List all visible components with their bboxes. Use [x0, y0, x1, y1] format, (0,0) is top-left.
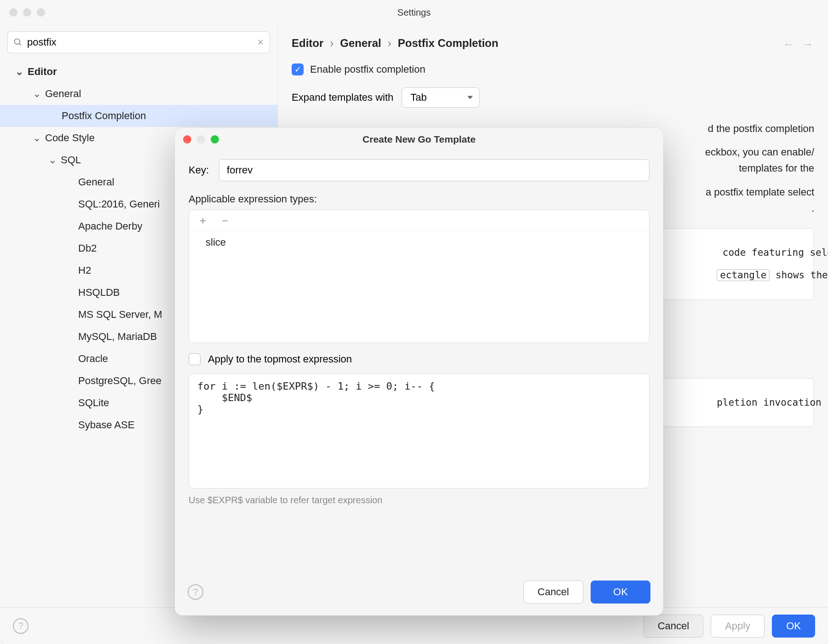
remove-type-icon[interactable]: － [219, 215, 230, 226]
enable-postfix-checkbox[interactable]: ✓ [292, 63, 304, 75]
traffic-min[interactable] [23, 8, 31, 17]
code-preview-fragment-2: pletion invocation re [662, 378, 814, 427]
enable-postfix-label: Enable postfix completion [310, 63, 426, 75]
breadcrumb-postfix: Postfix Completion [398, 37, 499, 50]
expand-templates-select[interactable]: Tab [402, 87, 480, 108]
code-preview-fragment: code featuring select ectangle shows the… [662, 228, 814, 300]
type-item-slice[interactable]: slice [206, 236, 632, 248]
help-icon[interactable]: ? [13, 618, 29, 634]
dialog-title: Create New Go Template [175, 134, 663, 145]
dialog-traffic [183, 135, 219, 144]
types-list[interactable]: slice [189, 231, 649, 254]
breadcrumb-editor[interactable]: Editor [292, 37, 323, 50]
dialog-footer: ? Cancel OK [175, 572, 663, 615]
tree-editor[interactable]: ⌄ Editor [0, 61, 277, 83]
tree-general[interactable]: ⌄ General [0, 83, 277, 105]
settings-search[interactable]: ✕ [7, 31, 270, 53]
dialog-max-icon[interactable] [211, 135, 219, 144]
apply-topmost-label: Apply to the topmost expression [208, 353, 352, 365]
breadcrumb-general[interactable]: General [340, 37, 381, 50]
traffic-close[interactable] [9, 8, 17, 17]
dialog-min-icon[interactable] [197, 135, 205, 144]
chevron-down-icon: ⌄ [16, 68, 23, 75]
types-box: ＋ － slice [189, 210, 650, 343]
ok-button[interactable]: OK [772, 615, 815, 638]
svg-point-0 [15, 39, 20, 45]
traffic-lights [9, 8, 45, 17]
breadcrumb: Editor › General › Postfix Completion [278, 25, 828, 54]
nav-arrows: ← → [783, 38, 813, 51]
breadcrumb-sep: › [330, 37, 334, 50]
tree-postfix-completion[interactable]: Postfix Completion [0, 105, 277, 127]
chevron-down-icon: ⌄ [49, 156, 56, 164]
apply-topmost-checkbox[interactable] [189, 353, 201, 365]
chevron-down-icon: ⌄ [33, 90, 40, 98]
expand-templates-label: Expand templates with [292, 92, 393, 104]
nav-back-icon[interactable]: ← [783, 38, 794, 51]
window-title: Settings [0, 7, 828, 18]
create-template-dialog: Create New Go Template Key: Applicable e… [175, 128, 663, 615]
template-hint: Use $EXPR$ variable to refer target expr… [189, 495, 650, 506]
search-input[interactable] [23, 36, 257, 48]
titlebar: Settings [0, 0, 828, 25]
types-label: Applicable expression types: [189, 193, 650, 205]
dialog-cancel-button[interactable]: Cancel [523, 581, 583, 604]
dialog-titlebar: Create New Go Template [175, 128, 663, 151]
dialog-help-icon[interactable]: ? [188, 584, 203, 600]
cancel-button[interactable]: Cancel [644, 615, 703, 638]
key-input[interactable] [219, 159, 650, 181]
chevron-down-icon: ⌄ [33, 134, 40, 142]
clear-search-icon[interactable]: ✕ [257, 37, 264, 47]
svg-line-1 [19, 44, 21, 46]
template-code-editor[interactable]: for i := len($EXPR$) - 1; i >= 0; i-- { … [189, 374, 650, 489]
traffic-max[interactable] [37, 8, 45, 17]
apply-button[interactable]: Apply [711, 615, 765, 638]
nav-forward-icon[interactable]: → [802, 38, 813, 51]
search-icon [13, 38, 23, 47]
breadcrumb-sep: › [388, 37, 391, 50]
add-type-icon[interactable]: ＋ [197, 215, 208, 226]
key-label: Key: [189, 164, 209, 176]
dialog-close-icon[interactable] [183, 135, 191, 144]
dialog-ok-button[interactable]: OK [591, 581, 650, 604]
